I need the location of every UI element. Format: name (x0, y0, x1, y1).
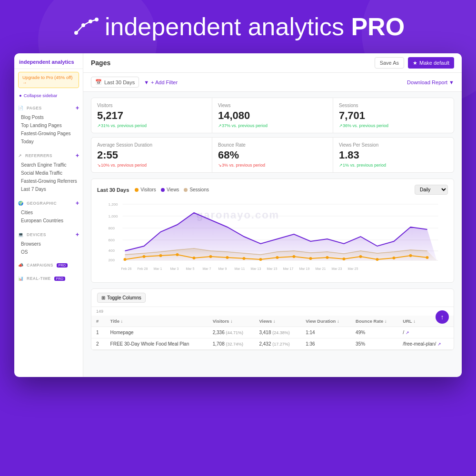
stat-sessions-value: 7,701 (339, 109, 448, 122)
date-filter[interactable]: 📅 Last 30 Days (91, 77, 139, 88)
visitor-dot (276, 256, 279, 259)
stat-vps-label: Views Per Session (339, 142, 448, 148)
row-url[interactable]: /free-meal-plan/ ↗ (398, 338, 454, 350)
row-num: 2 (91, 338, 106, 350)
row-bounce: 49% (351, 327, 398, 338)
realtime-pro-badge: PRO (54, 277, 65, 281)
visitor-dot (226, 256, 229, 259)
visitor-dot (359, 255, 362, 258)
chart-svg: 1,200 1,000 800 600 400 200 (97, 198, 448, 275)
stat-visitors: Visitors 5,217 ↗31% vs. previous period (91, 98, 212, 133)
sidebar-item-last-7-days[interactable]: Last 7 Days (14, 185, 83, 193)
campaigns-pro-badge: PRO (57, 263, 68, 268)
visitor-dot (426, 256, 429, 259)
sidebar-section-pages-header: 📄 PAGES + (14, 104, 83, 113)
hero-logo-row: independent analytics PRO (71, 14, 405, 39)
col-bounce[interactable]: Bounce Rate ↓ (351, 316, 398, 327)
svg-text:Mar 5: Mar 5 (186, 267, 195, 270)
table-area: ⊞ Toggle Columns 149 # Title ↓ Visitors … (91, 288, 454, 350)
svg-text:Mar 11: Mar 11 (235, 267, 245, 270)
visitor-dot (309, 257, 312, 260)
sidebar-item-fastest-referrers[interactable]: Fastest-Growing Referrers (14, 177, 83, 185)
table-count-row: 149 (91, 307, 454, 316)
row-url[interactable]: / ↗ (398, 327, 454, 338)
legend-visitors: Visitors (135, 187, 156, 192)
visitor-dot (393, 257, 396, 259)
stat-bounce-label: Bounce Rate (218, 142, 327, 148)
row-duration: 1:36 (301, 338, 351, 350)
svg-text:Mar 13: Mar 13 (251, 267, 261, 270)
sidebar-item-european-countries[interactable]: European Countries (14, 217, 83, 225)
dashboard: independent analytics Upgrade to Pro (45… (14, 53, 462, 377)
sidebar-item-top-landing[interactable]: Top Landing Pages (14, 121, 83, 129)
geographic-icon: 🌍 (18, 201, 23, 206)
interval-select[interactable]: Daily Weekly Monthly (415, 185, 448, 195)
svg-text:Mar 23: Mar 23 (332, 267, 342, 270)
devices-add-btn[interactable]: + (76, 231, 79, 238)
legend-visitors-dot (135, 188, 139, 192)
sidebar-item-blog-posts[interactable]: Blog Posts (14, 113, 83, 121)
row-duration: 1:14 (301, 327, 351, 338)
visitor-dot (243, 257, 246, 260)
row-visitors: 2,336 (44.71%) (208, 327, 255, 338)
col-title[interactable]: Title ↓ (106, 316, 208, 327)
visitor-dot (376, 258, 379, 261)
referrers-add-btn[interactable]: + (76, 152, 79, 159)
stat-avg-value: 2:55 (97, 149, 206, 161)
calendar-icon: 📅 (95, 79, 102, 85)
sidebar-section-geographic-header: 🌍 GEOGRAPHIC + (14, 199, 83, 208)
scroll-top-btn[interactable]: ↑ (436, 310, 449, 324)
data-table: # Title ↓ Visitors ↓ Views ↓ View Durati… (91, 316, 454, 350)
sidebar-section-campaigns: 📣 CAMPAIGNS PRO (14, 258, 83, 271)
download-report-btn[interactable]: Download Report ▼ (407, 79, 454, 85)
add-filter-btn[interactable]: ▼ + Add Filter (144, 79, 178, 85)
collapse-sidebar[interactable]: ● Collapse sidebar (14, 91, 83, 100)
row-title[interactable]: FREE 30-Day Whole Food Meal Plan (106, 338, 208, 350)
download-chevron-icon: ▼ (449, 79, 454, 85)
sidebar-section-realtime-header: 📊 REAL-TIME PRO (14, 275, 83, 283)
pages-add-btn[interactable]: + (76, 105, 79, 111)
make-default-button[interactable]: ★ Make default (408, 57, 454, 69)
svg-text:Mar 1: Mar 1 (154, 267, 162, 270)
col-views[interactable]: Views ↓ (254, 316, 301, 327)
table-toolbar: ⊞ Toggle Columns (91, 289, 454, 307)
chart-header: Last 30 Days Visitors Views (97, 185, 448, 195)
toggle-columns-btn[interactable]: ⊞ Toggle Columns (97, 293, 146, 303)
sidebar-item-os[interactable]: OS (14, 248, 83, 256)
legend-views: Views (161, 187, 179, 192)
sidebar-item-social-media[interactable]: Social Media Traffic (14, 169, 83, 177)
filter-icon: ▼ (144, 79, 149, 85)
sidebar-item-fastest-pages[interactable]: Fastest-Growing Pages (14, 129, 83, 138)
page-title: Pages (91, 59, 110, 67)
chart-legend: Visitors Views Sessions (135, 187, 209, 192)
upgrade-banner[interactable]: Upgrade to Pro (45% off) → (18, 72, 79, 88)
realtime-icon: 📊 (18, 276, 23, 281)
row-title[interactable]: Homepage (106, 327, 208, 338)
svg-text:Mar 15: Mar 15 (267, 267, 278, 270)
sidebar-item-today[interactable]: Today (14, 138, 83, 146)
svg-text:Mar 19: Mar 19 (299, 267, 310, 270)
stat-vps-change: ↗1% vs. previous period (339, 163, 448, 168)
col-num: # (91, 316, 106, 327)
topbar: Pages Save As ★ Make default (83, 53, 462, 73)
stat-views-label: Views (218, 103, 327, 108)
star-icon: ★ (413, 60, 417, 66)
visitor-dot (209, 255, 212, 258)
table-row: 2 FREE 30-Day Whole Food Meal Plan 1,708… (91, 338, 454, 350)
col-visitors[interactable]: Visitors ↓ (208, 316, 255, 327)
sidebar-item-browsers[interactable]: Browsers (14, 240, 83, 248)
stat-visitors-value: 5,217 (97, 109, 206, 122)
geographic-add-btn[interactable]: + (76, 200, 79, 207)
stats-grid-top: Visitors 5,217 ↗31% vs. previous period … (91, 98, 454, 133)
save-as-button[interactable]: Save As (375, 57, 404, 69)
visitor-dot (193, 257, 196, 259)
sidebar-item-search-engine[interactable]: Search Engine Traffic (14, 161, 83, 169)
chart-controls: Daily Weekly Monthly (415, 185, 448, 195)
table-header-row: # Title ↓ Visitors ↓ Views ↓ View Durati… (91, 316, 454, 327)
visitor-dot (176, 253, 179, 256)
sidebar-item-cities[interactable]: Cities (14, 208, 83, 217)
visitor-dot (293, 255, 296, 258)
col-duration[interactable]: View Duration ↓ (301, 316, 351, 327)
svg-text:Mar 9: Mar 9 (218, 267, 227, 270)
row-num: 1 (91, 327, 106, 338)
